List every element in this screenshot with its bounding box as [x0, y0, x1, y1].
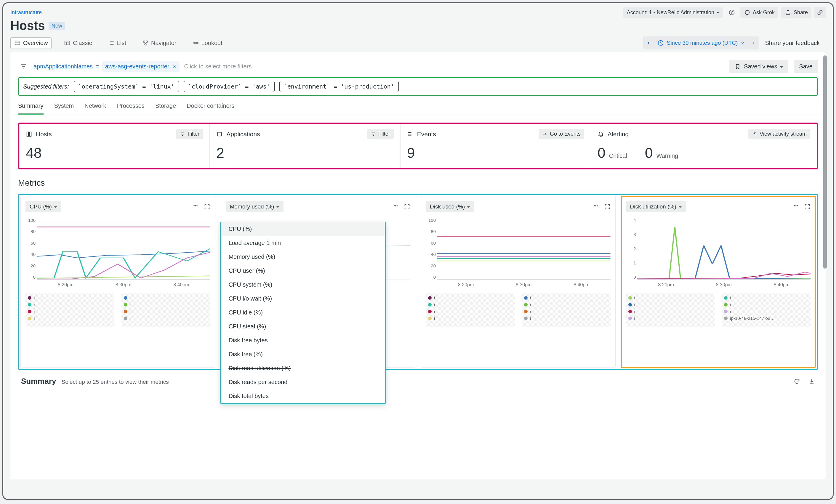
- expand-icon[interactable]: [604, 203, 611, 210]
- viewtab-navigator[interactable]: Navigator: [139, 38, 180, 49]
- metric-dd-option[interactable]: CPU (%): [221, 222, 385, 236]
- ask-grok-button[interactable]: Ask Grok: [740, 7, 778, 18]
- metric-dd-option[interactable]: Load average 1 min: [221, 236, 385, 250]
- more-icon[interactable]: •••: [394, 203, 398, 210]
- expand-icon[interactable]: [204, 203, 210, 210]
- saved-views-button[interactable]: Saved views: [729, 60, 788, 73]
- expand-icon[interactable]: [804, 203, 811, 210]
- card-events-goto[interactable]: Go to Events: [538, 129, 584, 139]
- more-icon[interactable]: •••: [594, 203, 598, 210]
- chevron-down-icon: [277, 203, 279, 210]
- chart-disk-util: 43210: [637, 218, 811, 280]
- time-picker[interactable]: Since 30 minutes ago (UTC): [643, 36, 759, 50]
- metric-dd-option[interactable]: Disk free (%): [221, 347, 385, 361]
- viewtab-overview-label: Overview: [23, 40, 48, 46]
- metric-dd-disk-util-label: Disk utilization (%): [630, 203, 676, 210]
- subtab-network[interactable]: Network: [84, 102, 106, 115]
- chart-disk-util-legend: iiii iiiip-10-48-215-147 ou…: [626, 293, 811, 327]
- filter-icon: [180, 132, 185, 137]
- card-hosts-filter[interactable]: Filter: [176, 129, 203, 139]
- chevron-down-icon: [717, 9, 720, 16]
- time-range-label: Since 30 minutes ago (UTC): [667, 40, 738, 46]
- expand-icon[interactable]: [404, 203, 410, 210]
- metric-dropdown-disk-util[interactable]: Disk utilization (%): [626, 201, 686, 212]
- suggested-chip-2[interactable]: `environment` = 'us-production': [279, 81, 399, 92]
- close-icon[interactable]: [172, 64, 176, 69]
- suggested-chip-1[interactable]: `cloudProvider` = 'aws': [184, 81, 274, 92]
- copy-link-button[interactable]: [814, 7, 825, 18]
- metric-dd-option[interactable]: CPU idle (%): [221, 306, 385, 319]
- metric-dd-option[interactable]: Disk free bytes: [221, 333, 385, 347]
- subtab-docker[interactable]: Docker containers: [187, 102, 234, 115]
- suggested-filters-box: Suggested filters: `operatingSystem` = '…: [18, 77, 818, 96]
- svg-point-7: [145, 43, 146, 45]
- metric-dd-option[interactable]: Disk read utilization (%): [221, 361, 385, 375]
- subtab-system[interactable]: System: [54, 102, 74, 115]
- chart-disk-used: 100806040200: [437, 218, 611, 280]
- metric-dropdown-memory[interactable]: Memory used (%): [226, 201, 284, 212]
- activity-icon: [752, 132, 757, 137]
- new-badge: New: [49, 22, 65, 30]
- viewtab-classic[interactable]: Classic: [60, 38, 95, 49]
- card-hosts-title: Hosts: [36, 131, 52, 138]
- share-feedback-link[interactable]: Share your feedback: [759, 37, 825, 50]
- svg-point-2: [745, 11, 749, 15]
- refresh-icon[interactable]: [794, 378, 800, 385]
- more-icon[interactable]: •••: [193, 203, 198, 210]
- metric-card-cpu: CPU (%) ••• 100806040200: [20, 196, 215, 368]
- subtab-storage[interactable]: Storage: [155, 102, 176, 115]
- card-alerting-activity[interactable]: View activity stream: [748, 129, 810, 139]
- svg-point-1: [732, 14, 732, 14]
- time-next-button[interactable]: [748, 36, 759, 50]
- download-icon[interactable]: [809, 378, 815, 385]
- metric-dd-option[interactable]: CPU system (%): [221, 278, 385, 292]
- viewtab-list-label: List: [117, 40, 126, 46]
- viewtab-list[interactable]: List: [104, 38, 130, 49]
- bookmark-icon: [735, 63, 741, 70]
- filter-token[interactable]: apmApplicationNames = aws-asg-events-rep…: [34, 61, 179, 72]
- account-picker[interactable]: Account: 1 - NewRelic Administration: [623, 7, 723, 18]
- metric-dd-memory-label: Memory used (%): [230, 203, 274, 210]
- metric-dropdown-cpu[interactable]: CPU (%): [25, 201, 61, 212]
- account-label: Account: 1 - NewRelic Administration: [627, 9, 714, 16]
- share-button[interactable]: Share: [781, 7, 812, 18]
- metric-dd-option[interactable]: CPU steal (%): [221, 319, 385, 333]
- card-hosts-value: 48: [26, 145, 203, 161]
- summary-section-hint: Select up to 25 entries to view their me…: [62, 379, 169, 385]
- svg-rect-3: [15, 41, 20, 45]
- time-range-button[interactable]: Since 30 minutes ago (UTC): [654, 40, 748, 46]
- help-icon[interactable]: [726, 7, 737, 18]
- svg-rect-13: [30, 132, 32, 136]
- filter-value-chip[interactable]: aws-asg-events-reporter: [102, 61, 179, 72]
- viewtab-navigator-label: Navigator: [151, 40, 176, 46]
- metric-dropdown-disk-used[interactable]: Disk used (%): [426, 201, 474, 212]
- card-applications: Applications Filter 2: [210, 124, 400, 168]
- svg-rect-14: [218, 132, 222, 136]
- metric-dd-option[interactable]: Disk reads per second: [221, 375, 385, 389]
- metric-dd-option[interactable]: Memory used (%): [221, 250, 385, 264]
- save-button[interactable]: Save: [794, 60, 818, 73]
- viewtab-overview[interactable]: Overview: [11, 37, 52, 49]
- metric-dd-option[interactable]: CPU user (%): [221, 264, 385, 278]
- scrollbar-vertical[interactable]: [823, 55, 827, 269]
- subtab-processes[interactable]: Processes: [117, 102, 145, 115]
- suggested-filters-label: Suggested filters:: [23, 83, 69, 90]
- chart-disk-used-legend: iiii iiii: [426, 293, 611, 327]
- suggested-chip-0[interactable]: `operatingSystem` = 'linux': [74, 81, 179, 92]
- summary-cards-row: Hosts Filter 48 Applications Filter 2 Ev…: [18, 122, 818, 169]
- viewtab-lookout[interactable]: Lookout: [189, 38, 226, 49]
- metric-dropdown-menu[interactable]: CPU (%)Load average 1 minMemory used (%)…: [220, 222, 386, 404]
- card-apps-filter[interactable]: Filter: [367, 129, 394, 139]
- metric-dd-option[interactable]: CPU i/o wait (%): [221, 292, 385, 306]
- metric-dd-option[interactable]: Disk total bytes: [221, 389, 385, 403]
- subtab-summary[interactable]: Summary: [18, 102, 43, 115]
- filter-input-placeholder[interactable]: Click to select more filters: [184, 63, 252, 70]
- breadcrumb-infrastructure[interactable]: Infrastructure: [11, 9, 42, 16]
- chevron-down-icon: [467, 203, 470, 210]
- card-events: Events Go to Events 9: [400, 124, 591, 168]
- summary-section-title: Summary: [21, 377, 56, 386]
- more-icon[interactable]: •••: [794, 203, 798, 210]
- time-prev-button[interactable]: [643, 36, 654, 50]
- metric-card-disk-util: Disk utilization (%) ••• 43210 8:2: [621, 196, 816, 368]
- svg-point-6: [146, 41, 148, 43]
